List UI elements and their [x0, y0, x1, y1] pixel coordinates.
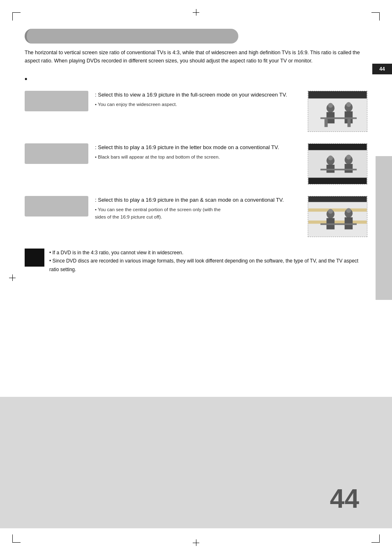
- crosshair-top: [193, 9, 199, 16]
- note-box: • If a DVD is in the 4:3 ratio, you cann…: [25, 249, 367, 274]
- svg-point-7: [346, 102, 351, 107]
- option-main-letterbox: : Select this to play a 16:9 picture in …: [95, 143, 301, 152]
- svg-rect-13: [308, 177, 367, 184]
- crosshair-left: [9, 274, 16, 281]
- page-number: 44: [330, 484, 359, 514]
- illustration-panscan: [308, 196, 367, 237]
- svg-rect-23: [308, 196, 367, 202]
- corner-mark-bl: [12, 534, 21, 543]
- corner-mark-tr: [371, 12, 380, 21]
- option-desc-widescreen: : Select this to view a 16:9 picture in …: [95, 92, 287, 98]
- svg-rect-9: [325, 119, 328, 127]
- corner-mark-tl: [12, 12, 21, 21]
- option-text-panscan: : Select this to play a 16:9 picture in …: [95, 196, 301, 221]
- option-row-panscan: : Select this to play a 16:9 picture in …: [25, 196, 367, 237]
- svg-rect-22: [308, 196, 367, 237]
- option-row-widescreen: : Select this to view a 16:9 picture in …: [25, 91, 367, 132]
- svg-rect-21: [321, 169, 357, 170]
- crosshair-bottom: [193, 539, 199, 546]
- option-desc-letterbox: : Select this to play a 16:9 picture in …: [95, 144, 279, 150]
- svg-rect-1: [308, 91, 367, 99]
- note-text: • If a DVD is in the 4:3 ratio, you cann…: [49, 249, 367, 274]
- option-main-panscan: : Select this to play a 16:9 picture in …: [95, 196, 301, 204]
- option-label-panscan: [25, 196, 88, 216]
- svg-rect-24: [308, 208, 367, 212]
- option-sub-letterbox: • Black bars will appear at the top and …: [95, 153, 301, 161]
- right-sidebar: [376, 156, 392, 300]
- option-desc-panscan: : Select this to play a 16:9 picture in …: [95, 197, 284, 203]
- option-text-letterbox: : Select this to play a 16:9 picture in …: [95, 143, 301, 161]
- svg-rect-19: [345, 164, 353, 173]
- svg-point-4: [328, 103, 333, 108]
- option-sub-panscan-2: sides of the 16:9 picture cut off).: [95, 213, 301, 221]
- svg-point-31: [346, 208, 351, 213]
- illustration-letterbox: [308, 143, 367, 184]
- intro-text: The horizontal to vertical screen size r…: [25, 48, 367, 65]
- page-tab: 44: [372, 64, 392, 74]
- bullet-point: •: [25, 75, 367, 83]
- note-line-1: • If a DVD is in the 4:3 ratio, you cann…: [49, 249, 367, 257]
- option-sub-panscan-1: • You can see the central portion of the…: [95, 206, 301, 213]
- svg-rect-8: [321, 117, 357, 119]
- svg-rect-12: [308, 144, 367, 150]
- option-label-widescreen: [25, 91, 88, 111]
- note-icon: [25, 249, 44, 267]
- illustration-widescreen: [308, 91, 367, 132]
- option-row-letterbox: : Select this to play a 16:9 picture in …: [25, 143, 367, 184]
- svg-point-17: [328, 155, 333, 160]
- option-sub-widescreen: • You can enjoy the widescreen aspect.: [95, 101, 301, 108]
- section-header: [25, 29, 238, 44]
- svg-point-28: [328, 209, 333, 214]
- main-content: The horizontal to vertical screen size r…: [25, 29, 367, 285]
- svg-point-20: [346, 154, 351, 159]
- option-label-letterbox: [25, 143, 88, 164]
- corner-mark-br: [371, 534, 380, 543]
- svg-rect-25: [308, 221, 367, 224]
- svg-rect-10: [348, 119, 351, 127]
- svg-rect-14: [308, 150, 367, 178]
- option-text-widescreen: : Select this to view a 16:9 picture in …: [95, 91, 301, 108]
- option-main-widescreen: : Select this to view a 16:9 picture in …: [95, 91, 301, 99]
- svg-rect-32: [321, 223, 357, 225]
- note-line-2: • Since DVD discs are recorded in variou…: [49, 257, 367, 274]
